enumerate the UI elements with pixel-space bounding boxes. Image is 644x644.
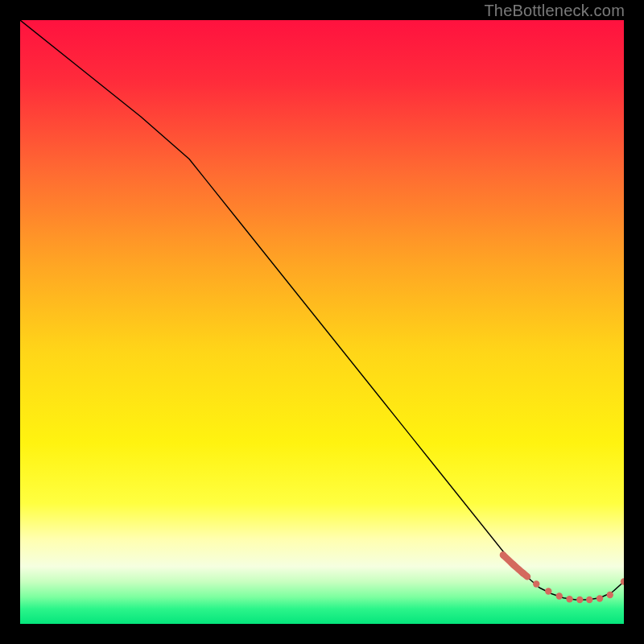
marker-dot <box>500 551 506 558</box>
marker-dot <box>533 580 539 587</box>
marker-dot <box>597 595 603 601</box>
chart-svg <box>20 20 624 624</box>
marker-dot <box>566 596 572 602</box>
marker-dot <box>520 570 526 576</box>
marker-dot <box>510 561 517 568</box>
chart-plot-area <box>20 20 624 624</box>
marker-dot <box>556 592 563 599</box>
marker-dot <box>607 592 613 598</box>
watermark-text: TheBottleneck.com <box>484 2 625 20</box>
chart-frame: TheBottleneck.com <box>0 0 644 644</box>
marker-dot <box>576 597 583 603</box>
marker-dot <box>545 588 551 594</box>
gradient-background <box>20 20 624 624</box>
marker-dot <box>586 597 592 603</box>
